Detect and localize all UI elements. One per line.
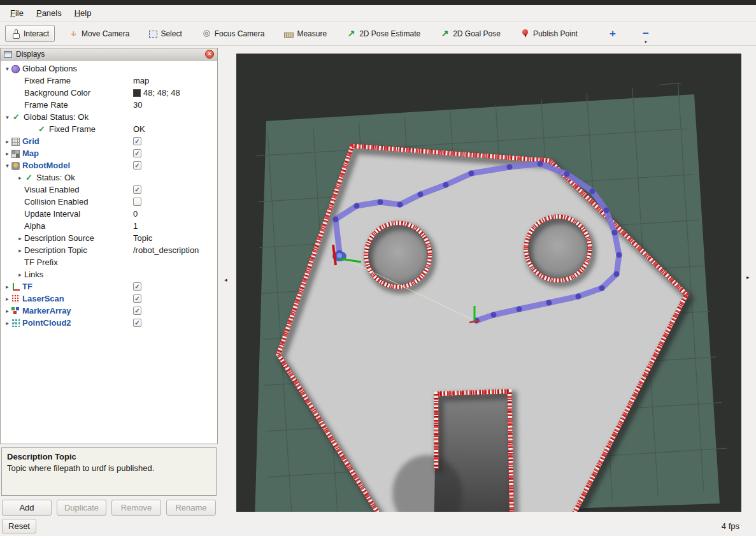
tool-measure[interactable]: Measure [278, 25, 332, 42]
tool-label: 2D Pose Estimate [359, 29, 420, 38]
tree-value: OK [133, 124, 145, 134]
left-splitter-collapse-icon[interactable]: ◂ [224, 277, 227, 283]
menu-file[interactable]: File [4, 6, 30, 20]
tree-value: 48; 48; 48 [143, 88, 180, 98]
tree-row-visual-enabled[interactable]: Visual Enabled✓ [1, 184, 217, 196]
expander-down-icon[interactable]: ▾ [3, 66, 11, 72]
remove-tool-button[interactable]: − [636, 27, 655, 41]
tool-goal-pose[interactable]: 2D Goal Pose [434, 25, 506, 42]
remove-display-button: Remove [111, 500, 161, 516]
tool-label: 2D Goal Pose [453, 29, 501, 38]
displays-panel-icon [4, 51, 12, 58]
tree-row-frame-rate[interactable]: Frame Rate30 [1, 99, 217, 111]
checkbox-checked[interactable]: ✓ [133, 307, 141, 315]
tool-interact[interactable]: Interact [5, 25, 55, 42]
tree-value: 0 [133, 209, 138, 219]
checkbox-checked[interactable]: ✓ [133, 149, 141, 157]
map-pin-icon [520, 29, 530, 38]
tree-label: PointCloud2 [22, 318, 71, 328]
expander-down-icon[interactable]: ▾ [3, 114, 11, 120]
laser-icon [11, 294, 20, 303]
tree-row-tf[interactable]: ▸TF✓ [1, 280, 217, 293]
menu-panels[interactable]: Panels [30, 6, 68, 20]
tree-row-fixed-frame[interactable]: ✓Fixed FrameOK [1, 123, 217, 135]
tree-row-fixed-frame[interactable]: Fixed Framemap [1, 75, 217, 87]
tree-row-description-source[interactable]: ▸Description SourceTopic [1, 232, 217, 244]
expander-right-icon[interactable]: ▸ [3, 296, 11, 302]
tree-label: Collision Enabled [24, 197, 88, 206]
tree-label: TF Prefix [24, 257, 58, 267]
tree-row-tf-prefix[interactable]: TF Prefix [1, 256, 217, 268]
tree-value-cell: ✓ [133, 161, 141, 170]
hand-cursor-icon [11, 29, 20, 38]
tool-select[interactable]: Select [143, 25, 187, 42]
tool-label: Move Camera [82, 29, 129, 38]
tree-label: Fixed Frame [49, 124, 96, 134]
expander-right-icon[interactable]: ▸ [16, 247, 24, 254]
tool-label: Interact [24, 29, 49, 38]
checkbox-checked[interactable]: ✓ [133, 137, 141, 145]
tree-row-description-topic[interactable]: ▸Description Topic/robot_description [1, 244, 217, 256]
displays-panel-titlebar[interactable]: Displays ✕ [0, 48, 218, 61]
toolbar: InteractMove CameraSelectFocus CameraMea… [0, 22, 756, 46]
checkbox-checked[interactable]: ✓ [133, 319, 141, 327]
tree-row-pointcloud2[interactable]: ▸PointCloud2✓ [1, 317, 217, 329]
tool-focus-camera[interactable]: Focus Camera [196, 25, 271, 42]
help-box-title: Description Topic [7, 452, 211, 461]
tree-value-cell: map [133, 76, 149, 85]
tree-value-cell: /robot_description [133, 245, 199, 255]
tool-label: Publish Point [533, 29, 578, 38]
expander-right-icon[interactable]: ▸ [3, 138, 11, 145]
checkbox-checked[interactable]: ✓ [133, 294, 141, 303]
tree-label: Global Options [22, 64, 77, 73]
3d-viewport[interactable] [236, 54, 741, 512]
tree-row-global-options[interactable]: ▾Global Options [1, 62, 217, 75]
tree-label: Visual Enabled [24, 185, 80, 194]
checkbox-checked[interactable]: ✓ [133, 161, 141, 170]
color-swatch[interactable] [133, 89, 141, 97]
checkbox-unchecked[interactable] [133, 198, 141, 206]
tree-row-update-interval[interactable]: Update Interval0 [1, 208, 217, 220]
tree-row-global-status-ok[interactable]: ▾✓Global Status: Ok [1, 111, 217, 123]
checkbox-checked[interactable]: ✓ [133, 185, 141, 194]
expander-right-icon[interactable]: ▸ [3, 320, 11, 326]
tree-row-links[interactable]: ▸Links [1, 268, 217, 280]
ruler-icon [284, 33, 294, 38]
tree-row-grid[interactable]: ▸Grid✓ [1, 135, 217, 147]
tree-row-markerarray[interactable]: ▸MarkerArray✓ [1, 305, 217, 317]
tree-row-map[interactable]: ▸Map✓ [1, 147, 217, 159]
close-panel-icon[interactable]: ✕ [205, 50, 214, 59]
reset-button[interactable]: Reset [2, 519, 36, 533]
tree-value-cell: ✓ [133, 294, 141, 303]
expander-right-icon[interactable]: ▸ [3, 308, 11, 314]
menu-help[interactable]: Help [68, 6, 98, 20]
tree-value: Topic [133, 233, 152, 243]
right-splitter-collapse-icon[interactable]: ▸ [746, 274, 750, 280]
tree-row-collision-enabled[interactable]: Collision Enabled [1, 196, 217, 208]
expander-down-icon[interactable]: ▾ [3, 163, 11, 169]
rename-display-button: Rename [166, 500, 216, 516]
tree-row-robotmodel[interactable]: ▾RobotModel✓ [1, 159, 217, 171]
displays-tree: ▾Global OptionsFixed FramemapBackground … [0, 61, 218, 444]
tree-row-laserscan[interactable]: ▸LaserScan✓ [1, 293, 217, 305]
toolbar-tools: InteractMove CameraSelectFocus CameraMea… [5, 25, 592, 42]
add-display-button[interactable]: Add [2, 500, 52, 516]
tree-row-status-ok[interactable]: ▸✓Status: Ok [1, 171, 217, 184]
expander-right-icon[interactable]: ▸ [3, 284, 11, 290]
tree-label: Fixed Frame [24, 76, 71, 85]
tree-value-cell: ✓ [133, 319, 141, 327]
expander-right-icon[interactable]: ▸ [16, 235, 24, 242]
checkbox-checked[interactable]: ✓ [133, 282, 141, 291]
expander-right-icon[interactable]: ▸ [16, 175, 24, 181]
fps-indicator: 4 fps [722, 521, 739, 531]
tree-row-background-color[interactable]: Background Color48; 48; 48 [1, 87, 217, 99]
tool-move-camera[interactable]: Move Camera [63, 25, 135, 42]
expander-right-icon[interactable]: ▸ [16, 272, 24, 278]
tree-value-cell [133, 198, 141, 206]
tool-pose-estimate[interactable]: 2D Pose Estimate [341, 25, 426, 42]
expander-right-icon[interactable]: ▸ [3, 150, 11, 157]
add-tool-button[interactable]: + [603, 27, 622, 41]
tree-label: Alpha [24, 221, 45, 231]
tree-row-alpha[interactable]: Alpha1 [1, 220, 217, 232]
tool-publish-point[interactable]: Publish Point [515, 25, 583, 42]
